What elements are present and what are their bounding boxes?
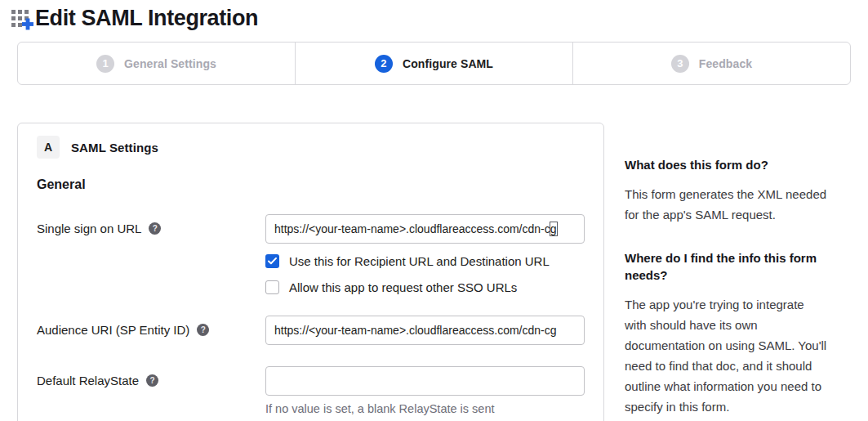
page-header: Edit SAML Integration [0, 0, 868, 30]
help-icon[interactable]: ? [197, 324, 209, 336]
relay-state-hint: If no value is set, a blank RelayState i… [265, 402, 585, 415]
help-sidebar: What does this form do? This form genera… [625, 123, 829, 421]
step-number-badge: 2 [375, 55, 393, 73]
help-icon[interactable]: ? [146, 374, 158, 387]
sso-url-value: https://<your-team-name>.cloudflareacces… [274, 222, 550, 235]
sso-url-label-wrap: Single sign on URL ? [37, 214, 265, 235]
group-heading-general: General [37, 177, 585, 192]
sidebar-heading: What does this form do? [625, 156, 829, 173]
sidebar-paragraph: The app you're trying to integrate with … [625, 294, 829, 417]
sso-url-control: https://<your-team-name>.cloudflareacces… [265, 214, 585, 294]
sso-url-input[interactable]: https://<your-team-name>.cloudflareacces… [265, 214, 585, 244]
checkbox-unchecked-icon[interactable] [265, 280, 279, 294]
audience-uri-value: https://<your-team-name>.cloudflareacces… [274, 324, 557, 337]
main-content: A SAML Settings General Single sign on U… [17, 123, 851, 421]
field-row-relay-state: Default RelayState ? If no value is set,… [37, 366, 585, 415]
other-sso-checkbox-row[interactable]: Allow this app to request other SSO URLs [265, 280, 585, 294]
step-label: Configure SAML [403, 57, 493, 70]
wizard-step-configure-saml[interactable]: 2 Configure SAML [295, 43, 572, 84]
section-header: A SAML Settings [37, 136, 585, 159]
relay-state-input[interactable] [265, 366, 585, 396]
help-icon[interactable]: ? [149, 222, 161, 235]
wizard-step-feedback[interactable]: 3 Feedback [572, 43, 850, 84]
audience-uri-label: Audience URI (SP Entity ID) [37, 323, 189, 337]
step-number-badge: 3 [671, 55, 689, 73]
audience-uri-label-wrap: Audience URI (SP Entity ID) ? [37, 316, 265, 337]
audience-uri-control: https://<your-team-name>.cloudflareacces… [265, 316, 585, 345]
check-icon [268, 258, 277, 265]
app-grid-add-icon [11, 7, 33, 30]
section-badge: A [37, 136, 60, 159]
recipient-url-checkbox-row[interactable]: Use this for Recipient URL and Destinati… [265, 254, 585, 268]
checkbox-checked-icon[interactable] [265, 254, 279, 268]
recipient-url-checkbox-label: Use this for Recipient URL and Destinati… [289, 254, 550, 268]
sidebar-heading: Where do I find the info this form needs… [625, 249, 829, 284]
sso-url-label: Single sign on URL [37, 222, 141, 235]
field-row-sso-url: Single sign on URL ? https://<your-team-… [37, 214, 585, 294]
relay-state-label: Default RelayState [37, 374, 139, 387]
sidebar-paragraph: This form generates the XML needed for t… [625, 184, 829, 225]
page-title: Edit SAML Integration [35, 6, 258, 30]
relay-state-label-wrap: Default RelayState ? [37, 366, 265, 387]
section-title: SAML Settings [71, 141, 158, 155]
wizard-steps: 1 General Settings 2 Configure SAML 3 Fe… [17, 42, 851, 85]
step-label: General Settings [124, 57, 216, 70]
relay-state-control: If no value is set, a blank RelayState i… [265, 366, 585, 415]
text-cursor: g [550, 222, 557, 235]
step-number-badge: 1 [96, 55, 114, 73]
wizard-step-general-settings[interactable]: 1 General Settings [18, 43, 295, 84]
other-sso-checkbox-label: Allow this app to request other SSO URLs [289, 280, 517, 294]
audience-uri-input[interactable]: https://<your-team-name>.cloudflareacces… [265, 316, 585, 345]
field-row-audience-uri: Audience URI (SP Entity ID) ? https://<y… [37, 316, 585, 345]
step-label: Feedback [699, 57, 752, 70]
saml-settings-panel: A SAML Settings General Single sign on U… [17, 123, 604, 421]
